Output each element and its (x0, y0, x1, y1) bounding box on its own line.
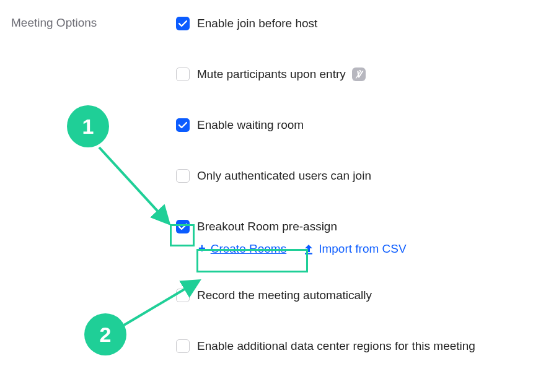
checkbox-waiting-room[interactable] (176, 118, 190, 132)
option-waiting-room: Enable waiting room (176, 116, 535, 134)
check-icon (178, 223, 187, 230)
import-csv-label: Import from CSV (319, 242, 406, 256)
check-icon (178, 121, 187, 129)
option-label: Mute participants upon entry (197, 67, 346, 82)
option-label: Only authenticated users can join (197, 168, 371, 184)
option-label: Enable join before host (197, 16, 317, 32)
section-label: Meeting Options (11, 16, 97, 29)
create-rooms-link[interactable]: + Create Rooms (198, 242, 286, 256)
option-label: Enable additional data center regions fo… (197, 339, 475, 354)
checkbox-auto-record[interactable] (176, 289, 190, 302)
option-label: Enable waiting room (197, 118, 304, 133)
option-label: Breakout Room pre-assign (197, 219, 337, 235)
check-icon (178, 20, 187, 27)
info-icon[interactable]: ℣ (352, 68, 366, 81)
option-join-before-host: Enable join before host (176, 15, 535, 32)
checkbox-join-before-host[interactable] (176, 17, 190, 30)
option-auto-record: Record the meeting automatically (176, 287, 535, 304)
svg-rect-0 (305, 253, 312, 254)
checkbox-mute-on-entry[interactable] (176, 68, 190, 81)
checkbox-auth-only[interactable] (176, 169, 190, 183)
create-rooms-label: Create Rooms (211, 242, 287, 256)
option-data-center-regions: Enable additional data center regions fo… (176, 338, 535, 355)
import-csv-link[interactable]: Import from CSV (304, 242, 406, 256)
option-breakout-preassign: Breakout Room pre-assign (176, 218, 535, 235)
breakout-sub-actions: + Create Rooms Import from CSV (198, 242, 535, 256)
option-label: Record the meeting automatically (197, 288, 372, 303)
option-auth-only: Only authenticated users can join (176, 167, 535, 185)
checkbox-data-center-regions[interactable] (176, 339, 190, 353)
checkbox-breakout-preassign[interactable] (176, 220, 190, 233)
option-mute-on-entry: Mute participants upon entry ℣ (176, 66, 535, 83)
upload-icon (304, 243, 314, 255)
plus-icon: + (198, 242, 206, 256)
